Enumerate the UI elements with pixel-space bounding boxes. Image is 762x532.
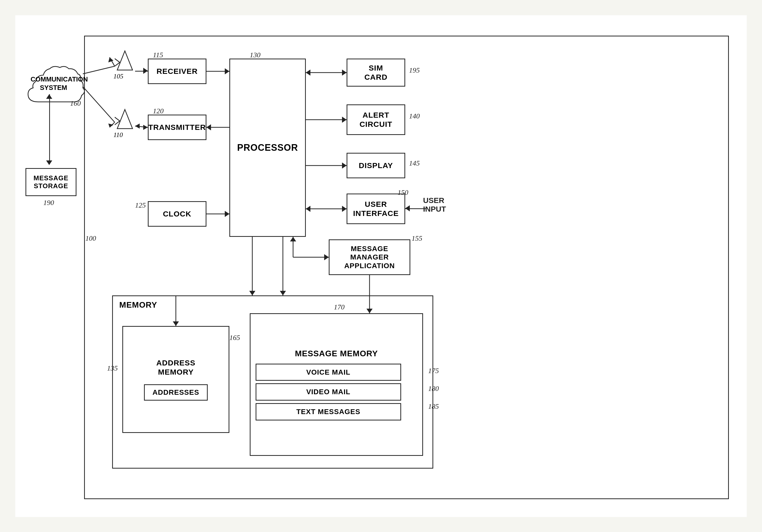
address-memory-label: ADDRESSMEMORY xyxy=(156,358,195,377)
voice-mail-box: VOICE MAIL xyxy=(256,364,401,381)
svg-line-1 xyxy=(115,59,120,62)
ref-100: 100 xyxy=(85,234,96,242)
ref-195: 195 xyxy=(409,66,420,74)
user-input-label: USERINPUT xyxy=(423,196,446,213)
ref-125: 125 xyxy=(135,201,146,209)
cloud-to-storage-arrowhead-up xyxy=(46,94,52,99)
svg-marker-0 xyxy=(117,51,132,70)
ref-190: 190 xyxy=(43,199,54,207)
video-mail-box: VIDEO MAIL xyxy=(256,383,401,401)
cloud-to-storage-arrowhead-down xyxy=(46,161,52,165)
ant1-to-receiver-arrowhead xyxy=(143,68,148,74)
message-manager-box: MESSAGEMANAGERAPPLICATION xyxy=(329,239,410,275)
message-memory-box: MESSAGE MEMORY VOICE MAIL VIDEO MAIL TEX… xyxy=(250,313,423,456)
sim-card-box: SIMCARD xyxy=(346,59,405,87)
ref-180: 180 xyxy=(428,384,439,393)
ref-175: 175 xyxy=(428,367,439,375)
message-memory-label: MESSAGE MEMORY xyxy=(256,349,417,358)
cloud-to-storage-line xyxy=(49,94,50,163)
user-input-arrowhead xyxy=(405,205,410,211)
ref-115: 115 xyxy=(153,51,163,59)
antenna-1: 105 xyxy=(115,48,135,75)
message-storage-box: MESSAGESTORAGE xyxy=(26,168,76,196)
ref-160: 160 xyxy=(70,99,81,107)
ref-155: 155 xyxy=(412,234,422,242)
ref-130: 130 xyxy=(250,51,261,59)
address-memory-box: ADDRESSMEMORY ADDRESSES xyxy=(122,326,229,433)
ref-165: 165 xyxy=(229,334,240,342)
ref-170: 170 xyxy=(334,303,344,311)
svg-line-4 xyxy=(115,117,120,121)
ref-140: 140 xyxy=(409,112,420,120)
ref-185: 185 xyxy=(428,402,439,411)
addresses-inner-box: ADDRESSES xyxy=(144,384,207,401)
user-interface-box: USERINTERFACE xyxy=(346,194,405,224)
antenna-2: 110 xyxy=(115,107,135,134)
ref-150: 150 xyxy=(398,188,408,197)
svg-marker-3 xyxy=(117,109,132,129)
alert-circuit-box: ALERTCIRCUIT xyxy=(346,104,405,135)
clock-box: CLOCK xyxy=(148,201,206,227)
ref-120: 120 xyxy=(153,107,164,115)
processor-box: PROCESSOR xyxy=(229,59,306,237)
receiver-box: RECEIVER xyxy=(148,59,206,84)
text-messages-box: TEXT MESSAGES xyxy=(256,403,401,421)
ref-135: 135 xyxy=(107,364,118,372)
communication-system-label: COMMUNICATIONSYSTEM xyxy=(31,75,76,92)
display-box: DISPLAY xyxy=(346,153,405,178)
ref-145: 145 xyxy=(409,159,420,167)
diagram-container: 100 COMMUNICATIONSYSTEM 160 MESSAGESTORA… xyxy=(15,15,747,517)
transmitter-box: TRANSMITTER xyxy=(148,115,206,140)
